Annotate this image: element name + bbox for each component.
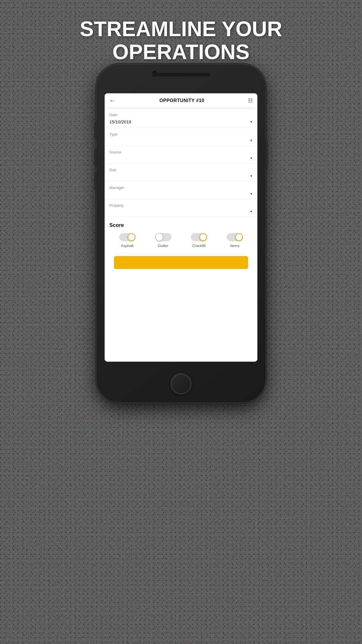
items-toggle-track[interactable] — [227, 233, 243, 241]
property-dropdown-arrow: ▼ — [250, 210, 253, 213]
crackfill-toggle-thumb — [199, 233, 207, 241]
home-button[interactable] — [171, 373, 191, 394]
back-button[interactable]: ← — [109, 97, 116, 104]
type-dropdown-arrow: ▼ — [250, 139, 253, 142]
asphalt-toggle-item[interactable]: Asphalt — [119, 233, 136, 248]
source-dropdown-arrow: ▼ — [250, 157, 253, 160]
gutter-toggle-thumb — [155, 233, 163, 241]
type-label: Type — [109, 132, 253, 136]
due-field[interactable]: Due ▼ — [105, 164, 257, 181]
manager-field[interactable]: Manager ▼ — [105, 181, 257, 199]
source-label: Source — [109, 150, 253, 154]
asphalt-toggle-track[interactable] — [119, 233, 136, 241]
score-title: Score — [109, 222, 253, 228]
manager-label: Manager — [109, 186, 253, 190]
form-scroll[interactable]: Date 15/10/2019 ▼ Type ▼ Source — [105, 108, 257, 362]
headline: STREAMLINE YOUR OPERATIONS — [0, 18, 362, 64]
phone-speaker — [152, 73, 210, 76]
score-toggles: Asphalt Gutter — [109, 233, 253, 248]
score-section: Score Asphalt — [105, 217, 257, 276]
property-label: Property — [109, 203, 253, 208]
crackfill-toggle-label: Crackfill — [192, 244, 205, 248]
source-field[interactable]: Source ▼ — [105, 146, 257, 164]
manager-dropdown-arrow: ▼ — [250, 192, 253, 195]
date-label: Date — [109, 113, 253, 117]
action-button[interactable]: ☷ — [248, 97, 253, 104]
phone-device: ← OPPORTUNITY #10 ☷ Date 15/10/2019 ▼ Ty… — [96, 64, 266, 402]
asphalt-toggle-thumb — [128, 233, 135, 241]
items-toggle-thumb — [235, 233, 243, 241]
date-value: 15/10/2019 — [109, 119, 131, 124]
submit-button[interactable] — [114, 256, 248, 269]
crackfill-toggle-track[interactable] — [191, 233, 207, 241]
headline-line1: STREAMLINE YOUR — [80, 17, 282, 41]
due-label: Due — [109, 168, 253, 172]
items-toggle-label: Items — [230, 244, 240, 248]
asphalt-toggle-label: Asphalt — [121, 244, 133, 248]
bottom-btn-area — [109, 253, 253, 272]
type-field[interactable]: Type ▼ — [105, 128, 257, 146]
gutter-toggle-item[interactable]: Gutter — [155, 233, 171, 248]
due-dropdown-arrow: ▼ — [250, 174, 253, 178]
screen-content: ← OPPORTUNITY #10 ☷ Date 15/10/2019 ▼ Ty… — [105, 93, 257, 362]
gutter-toggle-label: Gutter — [158, 244, 168, 248]
crackfill-toggle-item[interactable]: Crackfill — [191, 233, 207, 248]
app-header: ← OPPORTUNITY #10 ☷ — [105, 93, 257, 108]
items-toggle-item[interactable]: Items — [227, 233, 243, 248]
property-field[interactable]: Property ▼ — [105, 199, 257, 217]
date-dropdown-arrow: ▼ — [250, 120, 253, 123]
date-field[interactable]: Date 15/10/2019 ▼ — [105, 108, 257, 128]
phone-screen: ← OPPORTUNITY #10 ☷ Date 15/10/2019 ▼ Ty… — [105, 93, 257, 362]
page-title: OPPORTUNITY #10 — [159, 98, 204, 103]
headline-line2: OPERATIONS — [113, 40, 250, 64]
gutter-toggle-track[interactable] — [155, 233, 171, 241]
